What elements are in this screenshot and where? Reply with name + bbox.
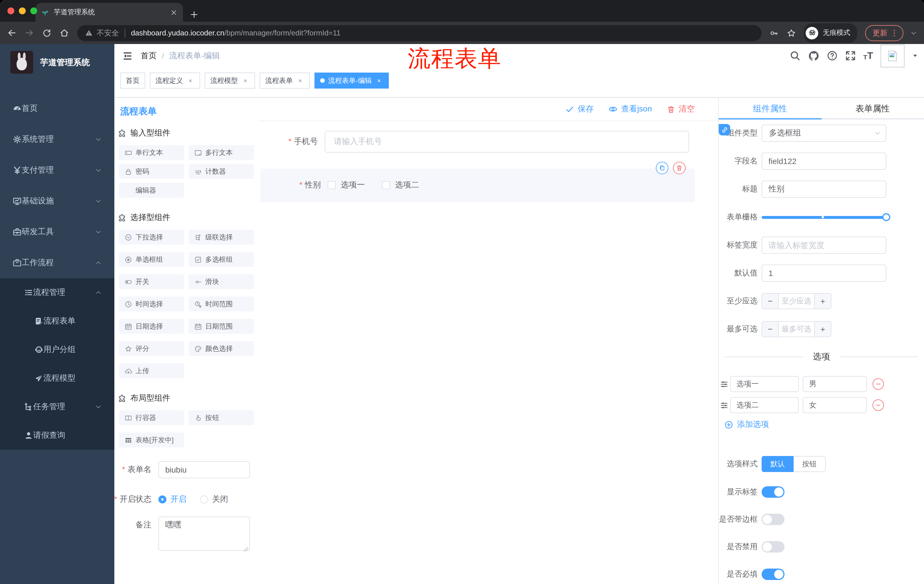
status-on-radio[interactable]: 开启 [158, 494, 186, 505]
help-icon[interactable] [827, 50, 838, 61]
palette-item-单行文本[interactable]: 单行文本 [119, 145, 184, 160]
tab-form-props[interactable]: 表单属性 [822, 98, 924, 119]
slider-handle[interactable] [882, 213, 890, 221]
sidebar-fold-icon[interactable] [119, 47, 136, 64]
sidebar-item-10-流程模型[interactable]: 流程模型 [0, 364, 114, 393]
palette-item-滑块[interactable]: 滑块 [189, 274, 254, 289]
password-key-icon[interactable] [770, 28, 779, 38]
palette-item-级联选择[interactable]: 级联选择 [189, 230, 254, 245]
default-value-input[interactable] [762, 265, 886, 282]
reload-icon[interactable] [42, 28, 51, 38]
title-input[interactable] [762, 181, 886, 198]
palette-item-表格[开发中][interactable]: 表格[开发中] [119, 433, 184, 447]
option-style-默认[interactable]: 默认 [762, 456, 794, 472]
sidebar-item-11-任务管理[interactable]: 任务管理 [0, 393, 114, 421]
sidebar-item-5-研发工具[interactable]: 研发工具 [0, 217, 114, 247]
palette-item-时间选择[interactable]: 时间选择 [119, 296, 184, 311]
palette-item-日期选择[interactable]: 日期选择 [119, 319, 184, 334]
bookmark-star-icon[interactable] [787, 28, 796, 38]
slider-track[interactable] [762, 216, 886, 219]
option-label-input[interactable] [730, 397, 799, 413]
fullscreen-icon[interactable] [845, 50, 856, 61]
palette-item-多选框组[interactable]: 多选框组 [189, 252, 254, 267]
add-option-button[interactable]: 添加选项 [724, 419, 924, 430]
phone-field-input[interactable]: 请输入手机号 [325, 131, 689, 153]
toggle-是否带边框[interactable] [762, 514, 784, 525]
sidebar-item-12-请假查询[interactable]: 请假查询 [0, 421, 114, 450]
toggle-是否必填[interactable] [762, 569, 784, 580]
status-off-radio[interactable]: 关闭 [200, 494, 228, 505]
palette-item-日期范围[interactable]: 日期范围 [189, 319, 254, 334]
tab-component-props[interactable]: 组件属性 [719, 98, 822, 119]
browser-menu-kebab-icon[interactable] [890, 29, 898, 37]
sidebar-item-8-流程表单[interactable]: 流程表单 [0, 307, 114, 336]
stepper-minus-button[interactable] [762, 322, 779, 337]
gender-option-2-checkbox[interactable]: 选项二 [382, 180, 419, 190]
sidebar-item-7-流程管理[interactable]: 流程管理 [0, 278, 114, 307]
save-button[interactable]: 保存 [566, 104, 594, 114]
home-icon[interactable] [59, 28, 69, 38]
palette-item-计数器[interactable]: 123计数器 [189, 164, 254, 179]
component-type-select[interactable]: 多选框组 [762, 125, 886, 142]
browser-tab[interactable]: 芋道管理系统 [35, 3, 183, 22]
minimize-window-button[interactable] [19, 7, 26, 14]
palette-item-颜色选择[interactable]: 颜色选择 [189, 341, 254, 356]
avatar[interactable] [881, 44, 904, 67]
page-tab-流程定义[interactable]: 流程定义× [150, 72, 200, 89]
tab-close-icon[interactable]: × [186, 77, 195, 85]
tab-search-chevron-icon[interactable] [910, 30, 917, 36]
sidebar-item-6-工作流程[interactable]: 工作流程 [0, 247, 114, 278]
new-tab-button[interactable] [190, 10, 198, 19]
avatar-caret-icon[interactable] [912, 53, 918, 59]
tab-close-icon[interactable] [170, 9, 177, 16]
toggle-显示标签[interactable] [762, 486, 784, 498]
sidebar-item-9-用户分组[interactable]: 用户分组 [0, 336, 114, 364]
drag-handle-icon[interactable] [720, 380, 728, 388]
palette-item-多行文本[interactable]: 多行文本 [189, 145, 254, 160]
option-remove-button[interactable] [873, 378, 884, 390]
palette-item-下拉选择[interactable]: 下拉选择 [119, 230, 184, 245]
not-secure-label[interactable]: 不安全 [97, 28, 119, 38]
address-bar[interactable]: 不安全 dashboard.yudao.iocoder.cn /bpm/mana… [77, 25, 762, 41]
forward-icon[interactable] [25, 28, 34, 38]
sidebar-item-2-系统管理[interactable]: 系统管理 [0, 124, 114, 155]
github-icon[interactable] [808, 50, 819, 61]
drag-handle-icon[interactable] [720, 401, 728, 410]
search-icon[interactable] [790, 50, 800, 61]
palette-item-评分[interactable]: 评分 [119, 341, 184, 356]
widget-copy-button[interactable] [656, 162, 668, 174]
stepper-minus-button[interactable] [762, 294, 779, 309]
sidebar-item-1-首页[interactable]: 首页 [0, 93, 114, 124]
textarea-resize-handle[interactable] [244, 547, 248, 551]
form-name-input[interactable] [158, 461, 250, 478]
phone-field-row[interactable]: 手机号 请输入手机号 [259, 131, 689, 153]
widget-delete-button[interactable] [673, 162, 686, 174]
breadcrumb-home[interactable]: 首页 [141, 51, 157, 61]
palette-item-上传[interactable]: 上传 [119, 364, 184, 378]
clear-button[interactable]: 清空 [667, 104, 695, 114]
tab-close-icon[interactable]: × [241, 77, 249, 85]
option-label-input[interactable] [730, 376, 799, 392]
app-logo[interactable]: 芋道管理系统 [0, 44, 114, 81]
stepper-plus-button[interactable]: + [814, 294, 831, 309]
page-tab-首页[interactable]: 首页 [120, 72, 145, 89]
option-remove-button[interactable] [873, 400, 884, 411]
min-select-value[interactable]: 至少应选 [779, 294, 814, 309]
option-style-按钮[interactable]: 按钮 [794, 456, 826, 472]
font-size-icon[interactable]: TT [863, 51, 873, 61]
label-width-input[interactable] [762, 237, 886, 254]
palette-item-单选框组[interactable]: 单选框组 [119, 252, 184, 267]
browser-update-button[interactable]: 更新 [865, 25, 903, 41]
close-window-button[interactable] [7, 7, 14, 14]
page-tab-流程模型[interactable]: 流程模型× [205, 72, 255, 89]
sidebar-item-3-支付管理[interactable]: 支付管理 [0, 155, 114, 186]
page-tab-流程表单-编辑[interactable]: 流程表单-编辑× [315, 72, 389, 89]
maximize-window-button[interactable] [30, 7, 37, 14]
max-select-stepper[interactable]: 最多可选+ [762, 321, 832, 337]
min-select-stepper[interactable]: 至少应选+ [762, 293, 832, 309]
option-value-input[interactable] [803, 376, 867, 392]
max-select-value[interactable]: 最多可选 [779, 322, 814, 337]
form-remark-textarea[interactable]: 嘿嘿 [158, 517, 250, 551]
palette-item-开关[interactable]: 开关 [119, 274, 184, 289]
page-tab-流程表单[interactable]: 流程表单× [260, 72, 310, 89]
